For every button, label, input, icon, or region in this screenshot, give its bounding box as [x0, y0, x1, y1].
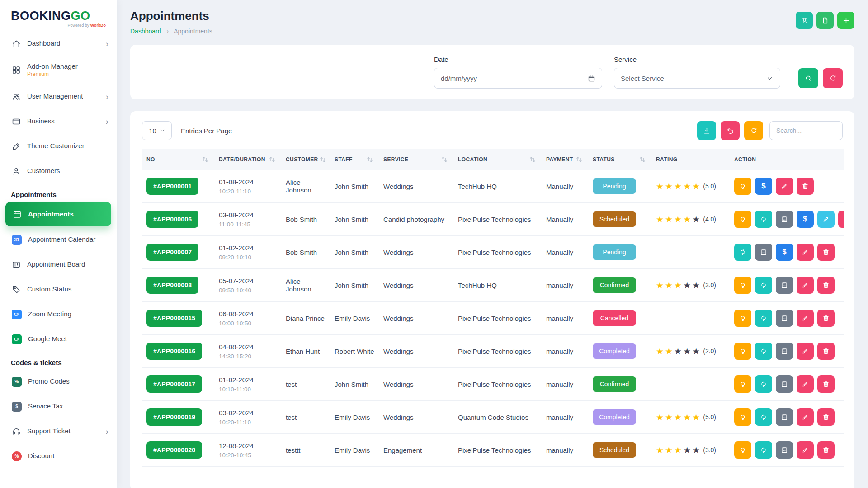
column-header-staff[interactable]: STAFF [330, 149, 379, 170]
filter-reset-button[interactable] [823, 68, 843, 88]
star-icon: ★ [674, 182, 682, 191]
edit-action-button[interactable] [797, 244, 814, 261]
edit-action-button[interactable] [797, 343, 814, 360]
edit-action-button[interactable] [776, 178, 793, 195]
appointment-date: 06-08-2024 [219, 310, 277, 318]
sync-action-button[interactable] [755, 277, 772, 294]
building-action-button[interactable] [776, 277, 793, 294]
delete-action-button[interactable] [817, 310, 835, 327]
edit-action-button[interactable] [797, 277, 814, 294]
table-search-input[interactable] [769, 121, 843, 140]
appointment-id-badge[interactable]: #APP0000020 [146, 441, 202, 459]
sidebar-item-promo-codes[interactable]: %Promo Codes [0, 369, 117, 394]
building-action-button[interactable] [776, 343, 793, 360]
sync-action-button[interactable] [755, 310, 772, 327]
sidebar-item-dashboard[interactable]: Dashboard› [0, 31, 117, 56]
bulb-action-button[interactable] [734, 277, 751, 294]
sidebar-item-appointment-board[interactable]: Appointment Board [0, 252, 117, 277]
report-button[interactable] [816, 12, 834, 29]
appointment-duration: 09:50-10:40 [219, 287, 277, 294]
sync-action-button[interactable] [755, 408, 772, 426]
building-action-button[interactable] [776, 408, 793, 426]
delete-action-button[interactable] [817, 408, 835, 426]
service-value: Select Service [621, 75, 664, 82]
breadcrumb-dashboard[interactable]: Dashboard [130, 28, 161, 35]
bulb-action-button[interactable] [734, 441, 751, 459]
location-cell: TechHub HQ [453, 170, 542, 203]
star-icon: ★ [692, 446, 700, 455]
sidebar-item-discount[interactable]: %Discount [0, 444, 117, 469]
page-size-select[interactable]: 10 [142, 121, 172, 140]
column-header-payment[interactable]: PAYMENT [542, 149, 588, 170]
column-header-date[interactable]: DATE/DURATION [214, 149, 281, 170]
bulb-action-button[interactable] [734, 211, 751, 228]
export-button[interactable] [697, 121, 716, 140]
sync-action-button[interactable] [755, 441, 772, 459]
reload-button[interactable] [744, 121, 763, 140]
building-action-button[interactable] [776, 310, 793, 327]
dollar-action-button[interactable]: $ [776, 244, 793, 261]
bulb-action-button[interactable] [734, 178, 751, 195]
sync-action-button[interactable] [755, 211, 772, 228]
appointment-board-button[interactable] [796, 12, 813, 29]
building-action-button[interactable] [776, 441, 793, 459]
appointment-id-badge[interactable]: #APP0000017 [146, 375, 202, 393]
appointment-id-badge[interactable]: #APP000001 [146, 178, 198, 195]
dollar-action-button[interactable]: $ [797, 211, 814, 228]
trash-icon [822, 347, 830, 355]
service-tax-icon: $ [12, 402, 22, 412]
sidebar-item-service-tax[interactable]: $Service Tax [0, 394, 117, 419]
sidebar-item-business[interactable]: Business› [0, 109, 117, 134]
appointment-id-badge[interactable]: #APP0000016 [146, 343, 202, 360]
sidebar-item-zoom-meeting[interactable]: Zoom Meeting [0, 302, 117, 327]
appointment-id-badge[interactable]: #APP000007 [146, 244, 198, 261]
bulb-action-button[interactable] [734, 375, 751, 393]
edit-action-button[interactable] [797, 441, 814, 459]
sidebar-item-customers[interactable]: Customers [0, 159, 117, 183]
sync-action-button[interactable] [734, 244, 751, 261]
add-appointment-button[interactable] [837, 12, 854, 29]
dollar-action-button[interactable]: $ [755, 178, 772, 195]
delete-action-button[interactable] [838, 211, 844, 228]
appointment-id-badge[interactable]: #APP000006 [146, 211, 198, 228]
column-header-status[interactable]: STATUS [588, 149, 651, 170]
sidebar-item-appointments[interactable]: Appointments [5, 202, 111, 226]
sidebar-item-theme-customizer[interactable]: Theme Customizer [0, 134, 117, 159]
delete-action-button[interactable] [817, 441, 835, 459]
delete-action-button[interactable] [817, 277, 835, 294]
delete-action-button[interactable] [817, 375, 835, 393]
bulb-action-button[interactable] [734, 408, 751, 426]
bulb-action-button[interactable] [734, 343, 751, 360]
edit-action-button[interactable] [797, 408, 814, 426]
sync-action-button[interactable] [755, 343, 772, 360]
appointment-id-badge[interactable]: #APP0000019 [146, 408, 202, 426]
service-select[interactable]: Select Service [614, 68, 780, 89]
sidebar-item-google-meet[interactable]: Google Meet [0, 327, 117, 352]
sidebar-item-user-management[interactable]: User Management› [0, 84, 117, 109]
filter-search-button[interactable] [798, 68, 818, 88]
column-header-no[interactable]: NO [142, 149, 214, 170]
delete-action-button[interactable] [817, 244, 835, 261]
edit-action-button[interactable] [797, 310, 814, 327]
building-action-button[interactable] [755, 244, 772, 261]
delete-action-button[interactable] [797, 178, 814, 195]
column-header-customer[interactable]: CUSTOMER [281, 149, 330, 170]
sidebar-item-custom-status[interactable]: Custom Status [0, 277, 117, 302]
sidebar-item-appointment-calendar[interactable]: 31Appointment Calendar [0, 227, 117, 252]
sidebar-item-support-ticket[interactable]: Support Ticket› [0, 419, 117, 444]
sync-action-button[interactable] [755, 375, 772, 393]
edit-action-button[interactable] [817, 211, 835, 228]
list-controls: 10 Entries Per Page [142, 121, 843, 140]
edit-action-button[interactable] [797, 375, 814, 393]
column-header-location[interactable]: LOCATION [453, 149, 542, 170]
date-input[interactable]: dd/mm/yyyy [434, 68, 602, 89]
bulb-action-button[interactable] [734, 310, 751, 327]
appointment-id-badge[interactable]: #APP0000015 [146, 310, 202, 327]
appointment-id-badge[interactable]: #APP000008 [146, 277, 198, 294]
building-action-button[interactable] [776, 211, 793, 228]
column-header-service[interactable]: SERVICE [379, 149, 453, 170]
undo-button[interactable] [721, 121, 740, 140]
sidebar-item-add-on-manager[interactable]: Add-on ManagerPremium [0, 56, 117, 84]
building-action-button[interactable] [776, 375, 793, 393]
delete-action-button[interactable] [817, 343, 835, 360]
